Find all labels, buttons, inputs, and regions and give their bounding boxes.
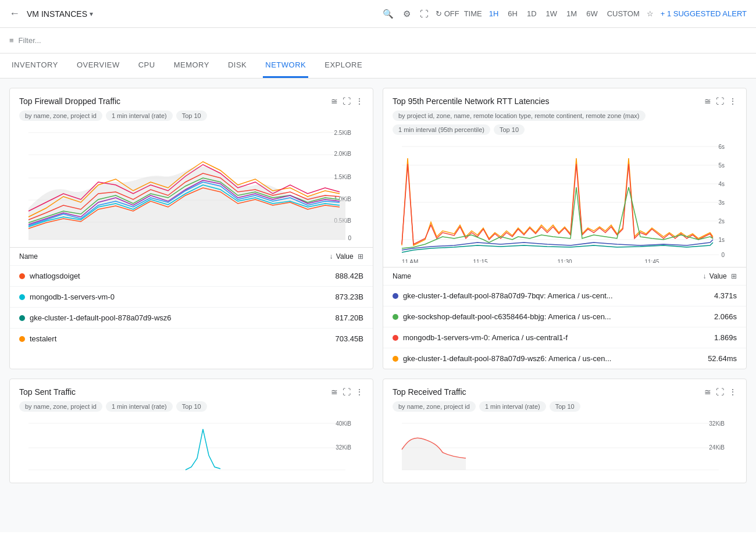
name-cell: whatlogsdoiget <box>10 266 287 287</box>
nav-title[interactable]: VM INSTANCES ▾ <box>27 9 93 19</box>
firewall-chart-area: 2.5KiB 2.0KiB 1.5KiB 1.0KiB 0.5KiB 0 <box>10 127 373 245</box>
table-row: mongodb-1-servers-vm-0: America / us-cen… <box>383 327 746 348</box>
sent-legend-icon[interactable]: ≅ <box>331 387 338 397</box>
chip-interval[interactable]: 1 min interval (rate) <box>106 110 173 121</box>
tab-overview[interactable]: OVERVIEW <box>74 54 122 78</box>
tab-network[interactable]: NETWORK <box>263 54 308 78</box>
received-expand-icon[interactable]: ⛶ <box>716 387 724 397</box>
tab-memory[interactable]: MEMORY <box>172 54 212 78</box>
firewall-card-header: Top Firewall Dropped Traffic ≅ ⛶ ⋮ <box>10 88 373 110</box>
svg-text:6s: 6s <box>718 144 725 150</box>
rtt-card-chips: by project id, zone, name, remote locati… <box>383 110 746 141</box>
tab-inventory[interactable]: INVENTORY <box>9 54 60 78</box>
chip-rtt-top10[interactable]: Top 10 <box>494 124 525 135</box>
rtt-legend-icon[interactable]: ≅ <box>704 97 711 106</box>
chip-received-groupby[interactable]: by name, zone, project id <box>393 401 476 412</box>
name-cell: gke-sockshop-default-pool-c6358464-bbjg:… <box>383 306 680 327</box>
sent-card: Top Sent Traffic ≅ ⛶ ⋮ by name, zone, pr… <box>9 379 373 483</box>
svg-text:40KiB: 40KiB <box>336 420 351 427</box>
tab-disk[interactable]: DISK <box>226 54 249 78</box>
sent-card-icons: ≅ ⛶ ⋮ <box>331 387 363 397</box>
settings-icon[interactable]: ⚙ <box>403 9 411 19</box>
rtt-more-icon[interactable]: ⋮ <box>729 97 737 106</box>
received-chart: 32KiB 24KiB <box>393 418 737 476</box>
tab-cpu[interactable]: CPU <box>136 54 158 78</box>
rtt-col-value-header[interactable]: ↓ Value ⊞ <box>680 268 746 286</box>
time-1m[interactable]: 1M <box>564 8 579 19</box>
received-legend-icon[interactable]: ≅ <box>704 387 711 397</box>
name-cell: gke-cluster-1-default-pool-878a07d9-wsz6… <box>383 348 680 369</box>
svg-text:0: 0 <box>721 252 725 258</box>
svg-text:11:15: 11:15 <box>473 259 487 263</box>
filter-text[interactable]: Filter... <box>19 36 41 45</box>
value-cell: 4.371s <box>680 286 746 306</box>
svg-text:5s: 5s <box>718 162 725 169</box>
col-value-header[interactable]: ↓ Value ⊞ <box>287 248 373 266</box>
chip-sent-interval[interactable]: 1 min interval (rate) <box>106 401 173 412</box>
value-cell: 1.869s <box>680 327 746 348</box>
charts-row-bottom: Top Sent Traffic ≅ ⛶ ⋮ by name, zone, pr… <box>9 379 747 483</box>
row-color-dot <box>393 356 398 362</box>
column-config-icon[interactable]: ⊞ <box>358 252 363 261</box>
firewall-card-title: Top Firewall Dropped Traffic <box>19 97 326 106</box>
row-color-dot <box>393 335 398 341</box>
chip-top10[interactable]: Top 10 <box>176 110 207 121</box>
received-more-icon[interactable]: ⋮ <box>729 387 737 397</box>
received-card-chips: by name, zone, project id 1 min interval… <box>383 401 746 418</box>
sort-arrow: ↓ <box>330 252 333 261</box>
chip-sent-top10[interactable]: Top 10 <box>176 401 207 412</box>
rtt-column-config-icon[interactable]: ⊞ <box>731 272 737 280</box>
table-row: gke-cluster-1-default-pool-878a07d9-wsz6… <box>10 308 373 329</box>
main-content: Top Firewall Dropped Traffic ≅ ⛶ ⋮ by na… <box>0 79 756 532</box>
col-name-header[interactable]: Name <box>10 248 287 266</box>
received-card-title: Top Received Traffic <box>393 387 700 397</box>
sent-more-icon[interactable]: ⋮ <box>355 387 363 397</box>
star-icon[interactable]: ☆ <box>647 9 654 18</box>
time-controls: ↻ OFF TIME 1H 6H 1D 1W 1M 6W CUSTOM ☆ <box>436 8 654 19</box>
search-icon[interactable]: 🔍 <box>383 9 394 19</box>
rtt-col-name-header[interactable]: Name <box>383 268 680 286</box>
table-row: whatlogsdoiget 888.42B <box>10 266 373 287</box>
fullscreen-icon[interactable]: ⛶ <box>420 9 429 19</box>
time-6w[interactable]: 6W <box>584 8 600 19</box>
chip-rtt-groupby[interactable]: by project id, zone, name, remote locati… <box>393 110 646 121</box>
top-nav: ← VM INSTANCES ▾ 🔍 ⚙ ⛶ ↻ OFF TIME 1H 6H … <box>0 0 756 28</box>
charts-row-top: Top Firewall Dropped Traffic ≅ ⛶ ⋮ by na… <box>9 88 747 369</box>
firewall-more-icon[interactable]: ⋮ <box>355 97 363 106</box>
time-1w[interactable]: 1W <box>544 8 560 19</box>
row-color-dot <box>19 273 25 279</box>
chip-rtt-interval[interactable]: 1 min interval (95th percentile) <box>393 124 490 135</box>
value-cell: 2.066s <box>680 306 746 327</box>
sent-expand-icon[interactable]: ⛶ <box>343 387 351 397</box>
title-dropdown-arrow[interactable]: ▾ <box>90 10 93 18</box>
time-1d[interactable]: 1D <box>525 8 539 19</box>
refresh-control[interactable]: ↻ OFF <box>436 9 459 18</box>
chip-groupby[interactable]: by name, zone, project id <box>19 110 102 121</box>
rtt-expand-icon[interactable]: ⛶ <box>716 97 724 106</box>
svg-text:4s: 4s <box>718 181 725 187</box>
table-row: mongodb-1-servers-vm-0 873.23B <box>10 287 373 308</box>
row-color-dot <box>19 315 25 321</box>
firewall-expand-icon[interactable]: ⛶ <box>343 97 351 106</box>
time-custom[interactable]: CUSTOM <box>605 8 642 19</box>
back-button[interactable]: ← <box>9 8 20 20</box>
suggested-alert[interactable]: + 1 SUGGESTED ALERT <box>661 9 747 18</box>
time-6h[interactable]: 6H <box>505 8 520 19</box>
rtt-chart: 6s 5s 4s 3s 2s 1s 0 <box>393 141 737 263</box>
svg-text:11 AM: 11 AM <box>402 259 418 263</box>
table-row: testalert 703.45B <box>10 329 373 349</box>
filter-bar: ≡ Filter... <box>0 28 756 54</box>
name-cell: testalert <box>10 329 287 349</box>
chip-received-interval[interactable]: 1 min interval (rate) <box>479 401 546 412</box>
svg-text:1s: 1s <box>718 237 725 243</box>
rtt-card: Top 95th Percentile Network RTT Latencie… <box>383 88 747 369</box>
tab-explore[interactable]: EXPLORE <box>322 54 365 78</box>
firewall-legend-icon[interactable]: ≅ <box>331 97 338 106</box>
firewall-table-wrapper[interactable]: Name ↓ Value ⊞ <box>10 245 373 349</box>
received-card-icons: ≅ ⛶ ⋮ <box>704 387 737 397</box>
time-1h[interactable]: 1H <box>487 8 501 19</box>
svg-text:2.0KiB: 2.0KiB <box>334 151 352 157</box>
chip-sent-groupby[interactable]: by name, zone, project id <box>19 401 102 412</box>
rtt-table-wrapper[interactable]: Name ↓ Value ⊞ <box>383 265 746 369</box>
chip-received-top10[interactable]: Top 10 <box>550 401 580 412</box>
